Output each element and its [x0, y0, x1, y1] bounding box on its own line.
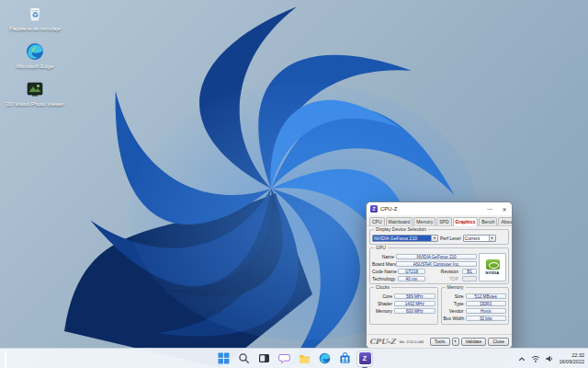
tab-bench[interactable]: Bench: [479, 217, 497, 225]
edge-taskbar-button[interactable]: [316, 351, 333, 367]
cpuz-app-icon: Z: [359, 352, 371, 364]
edge-icon: [319, 352, 331, 364]
gpu-tdp-label: TDP: [427, 276, 460, 282]
desktop-icon-label: Papelera de reciclaje: [9, 26, 61, 32]
memory-size-value: 512 MBytes: [466, 293, 507, 299]
tray-date: 16/09/2022: [559, 359, 584, 365]
memory-type-value: DDR3: [466, 301, 507, 306]
perf-level-combobox[interactable]: Current ▼: [463, 235, 496, 242]
display-device-value: NVIDIA GeForce 210: [373, 236, 431, 241]
chevron-down-icon[interactable]: ▼: [489, 236, 495, 241]
hidden-icons-chevron-icon[interactable]: [517, 354, 526, 363]
start-button[interactable]: [215, 351, 232, 367]
chat-icon: [278, 352, 290, 364]
shader-clock-value: 1402 MHz: [394, 301, 435, 306]
cpuz-app-icon: Z: [370, 205, 378, 213]
memory-clock-label: Memory: [372, 308, 394, 314]
nvidia-logo-icon: [486, 259, 500, 270]
memory-buswidth-value: 32 bits: [466, 316, 507, 321]
cpuz-titlebar[interactable]: Z CPU-Z — ✕: [367, 202, 512, 215]
gpu-name-value: NVIDIA GeForce 210: [396, 254, 477, 259]
tab-spd[interactable]: SPD: [436, 217, 451, 225]
gpu-technology-value: 40 nm: [398, 276, 425, 282]
cpuz-footer: CPU-Z Ver. 2.01.0.x64 Tools ▼ Validate C…: [367, 334, 512, 348]
system-tray: 22:32 16/09/2022: [517, 349, 584, 368]
task-view-icon: [258, 352, 270, 364]
desktop-icon-microsoft-edge[interactable]: Microsoft Edge: [4, 41, 66, 70]
gpu-board-label: Board Manuf.: [372, 261, 396, 267]
desktop-icon-label: Microsoft Edge: [17, 63, 53, 70]
minimize-button[interactable]: —: [482, 202, 497, 215]
version-text: Ver. 2.01.0.x64: [397, 339, 424, 344]
memory-vendor-value: Hynix: [466, 308, 507, 314]
taskbar: Z 22:32 16/09/2022: [0, 348, 588, 368]
file-explorer-icon: [299, 352, 311, 364]
cpuz-window: Z CPU-Z — ✕ CPU Mainboard Memory SPD Gra…: [366, 201, 513, 349]
group-label: Memory: [446, 285, 466, 290]
desktop-icon-list: ♻ Papelera de reciclaje Microsoft Edge: [4, 4, 66, 108]
tab-memory[interactable]: Memory: [413, 217, 435, 225]
cpuz-window-title: CPU-Z: [380, 206, 482, 212]
close-window-button[interactable]: ✕: [497, 202, 512, 215]
search-icon: [238, 352, 250, 364]
tools-dropdown-button[interactable]: ▼: [452, 338, 459, 346]
cpuz-logo: CPU-Z: [369, 337, 395, 346]
display-device-combobox[interactable]: NVIDIA GeForce 210 ▼: [372, 235, 438, 242]
gpu-name-label: Name: [372, 254, 396, 259]
gpu-group: GPU Name NVIDIA GeForce 210 Board Manuf.…: [369, 247, 509, 284]
cpuz-taskbar-button[interactable]: Z: [356, 351, 373, 367]
shader-clock-label: Shader: [372, 301, 394, 306]
desktop: ♻ Papelera de reciclaje Microsoft Edge: [0, 0, 588, 368]
perf-level-label: Perf Level: [440, 236, 461, 241]
gpu-codename-value: GT218: [398, 269, 425, 274]
recycle-bin-icon: ♻: [25, 4, 45, 24]
photo-viewer-icon: [25, 79, 45, 99]
nvidia-logo-text: NVIDIA: [486, 270, 500, 275]
cpuz-tab-bar: CPU Mainboard Memory SPD Graphics Bench …: [367, 215, 512, 226]
desktop-icon-label: 3D Vision Photo Viewer: [6, 101, 64, 108]
edge-icon: [25, 41, 45, 62]
close-button[interactable]: Close: [488, 338, 509, 346]
chat-button[interactable]: [276, 351, 292, 367]
desktop-icon-3d-vision-photo-viewer[interactable]: 3D Vision Photo Viewer: [4, 79, 66, 108]
tab-mainboard[interactable]: Mainboard: [386, 217, 413, 225]
perf-level-value: Current: [464, 236, 489, 241]
validate-button[interactable]: Validate: [461, 338, 487, 346]
svg-text:♻: ♻: [31, 11, 38, 19]
memory-vendor-label: Vendor: [444, 308, 466, 314]
tools-button[interactable]: Tools: [430, 338, 450, 346]
microsoft-store-icon: [339, 352, 351, 364]
memory-type-label: Type: [444, 301, 466, 306]
gpu-revision-label: Revision: [427, 269, 460, 274]
tray-time: 22:32: [559, 352, 584, 359]
group-label: GPU: [374, 246, 388, 250]
memory-clock-value: 600 MHz: [394, 308, 435, 314]
file-explorer-button[interactable]: [296, 351, 312, 367]
search-button[interactable]: [235, 351, 252, 367]
memory-group: Memory Size 512 MBytes Type DDR3 Vendor …: [441, 287, 510, 325]
windows-start-icon: [218, 352, 230, 364]
display-device-selection-group: Display Device Selection NVIDIA GeForce …: [369, 229, 509, 245]
clocks-group: Clocks Core 589 MHz Shader 1402 MHz Memo…: [369, 287, 438, 325]
chevron-down-icon[interactable]: ▼: [431, 236, 437, 241]
tab-about[interactable]: About: [498, 217, 513, 225]
core-clock-label: Core: [372, 293, 394, 299]
group-label: Display Device Selection: [374, 227, 428, 232]
memory-buswidth-label: Bus Width: [444, 316, 466, 321]
gpu-technology-label: Technology: [372, 276, 396, 282]
tab-graphics[interactable]: Graphics: [453, 217, 479, 226]
gpu-board-value: ASUSTeK Computer Inc.: [396, 261, 477, 267]
volume-icon[interactable]: [545, 354, 554, 363]
widgets-icon[interactable]: [5, 351, 6, 368]
tab-cpu[interactable]: CPU: [369, 217, 385, 225]
memory-size-label: Size: [444, 293, 466, 299]
task-view-button[interactable]: [255, 351, 272, 367]
desktop-icon-recycle-bin[interactable]: ♻ Papelera de reciclaje: [4, 4, 66, 32]
gpu-vendor-logo-button[interactable]: NVIDIA: [479, 253, 506, 282]
microsoft-store-button[interactable]: [336, 351, 353, 367]
gpu-revision-value: B1: [462, 269, 477, 274]
network-wifi-icon[interactable]: [531, 354, 540, 363]
core-clock-value: 589 MHz: [394, 293, 435, 299]
taskbar-clock[interactable]: 22:32 16/09/2022: [559, 352, 584, 365]
group-label: Clocks: [374, 285, 391, 290]
